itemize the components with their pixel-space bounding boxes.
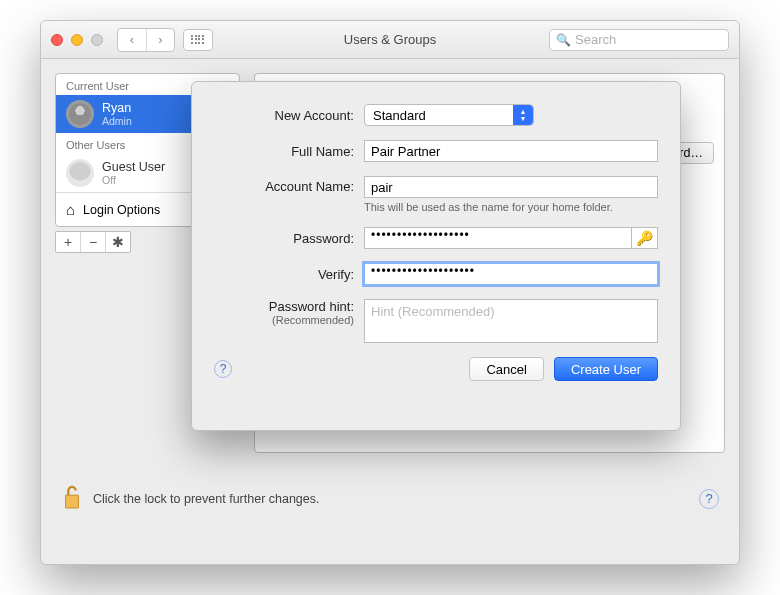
user-role: Admin — [102, 115, 132, 127]
help-button[interactable]: ? — [699, 489, 719, 509]
full-name-input[interactable] — [364, 140, 658, 162]
traffic-lights — [51, 34, 103, 46]
new-account-sheet: New Account: Standard ▲▼ Full Name: Acco… — [191, 81, 681, 431]
label-full-name: Full Name: — [214, 144, 364, 159]
forward-button[interactable]: › — [146, 29, 174, 51]
account-name-hint: This will be used as the name for your h… — [364, 201, 658, 213]
label-password-hint: Password hint: (Recommended) — [214, 299, 364, 326]
back-button[interactable]: ‹ — [118, 29, 146, 51]
login-options-label: Login Options — [83, 203, 160, 217]
password-hint-input[interactable]: Hint (Recommended) — [364, 299, 658, 343]
search-input[interactable]: 🔍 Search — [549, 29, 729, 51]
show-all-prefs-button[interactable] — [183, 29, 213, 51]
zoom-window-button[interactable] — [91, 34, 103, 46]
label-password: Password: — [214, 231, 364, 246]
close-window-button[interactable] — [51, 34, 63, 46]
account-type-select[interactable]: Standard ▲▼ — [364, 104, 534, 126]
key-icon: 🔑 — [636, 230, 653, 246]
user-role: Off — [102, 174, 165, 186]
lock-row: Click the lock to prevent further change… — [55, 453, 725, 514]
account-name-input[interactable] — [364, 176, 658, 198]
user-options-button[interactable]: ✱ — [105, 232, 130, 252]
search-placeholder: Search — [575, 32, 616, 47]
preferences-window: ‹ › Users & Groups 🔍 Search Current User — [40, 20, 740, 565]
remove-user-button[interactable]: − — [80, 232, 105, 252]
create-user-button[interactable]: Create User — [554, 357, 658, 381]
search-icon: 🔍 — [556, 33, 571, 47]
password-input[interactable]: ••••••••••••••••••• — [364, 227, 632, 249]
avatar-icon — [66, 159, 94, 187]
add-user-button[interactable]: + — [56, 232, 80, 252]
label-new-account: New Account: — [214, 108, 364, 123]
lock-icon[interactable] — [61, 483, 83, 514]
verify-password-input[interactable]: •••••••••••••••••••• — [364, 263, 658, 285]
nav-buttons: ‹ › — [117, 28, 175, 52]
password-assistant-button[interactable]: 🔑 — [632, 227, 658, 249]
avatar-icon — [66, 100, 94, 128]
titlebar: ‹ › Users & Groups 🔍 Search — [41, 21, 739, 59]
label-verify: Verify: — [214, 267, 364, 282]
sheet-help-button[interactable]: ? — [214, 360, 232, 378]
home-icon: ⌂ — [66, 201, 75, 218]
account-type-value: Standard — [373, 108, 426, 123]
cancel-button[interactable]: Cancel — [469, 357, 543, 381]
minimize-window-button[interactable] — [71, 34, 83, 46]
label-account-name: Account Name: — [214, 176, 364, 194]
user-list-toolbar: + − ✱ — [55, 231, 131, 253]
chevron-updown-icon: ▲▼ — [513, 105, 533, 125]
user-name: Ryan — [102, 101, 132, 115]
lock-hint-text: Click the lock to prevent further change… — [93, 492, 320, 506]
user-name: Guest User — [102, 160, 165, 174]
grid-icon — [191, 35, 205, 45]
